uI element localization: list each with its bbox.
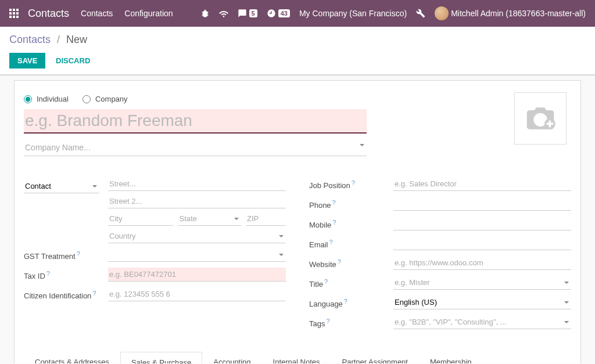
city-input[interactable] (108, 212, 173, 226)
company-switcher[interactable]: My Company (San Francisco) (299, 9, 407, 18)
top-nav: Contacts Contacts Configuration 5 43 My … (0, 0, 595, 27)
help-icon[interactable]: ? (326, 318, 329, 325)
tab-membership[interactable]: Membership (419, 351, 483, 363)
company-input[interactable] (24, 139, 367, 156)
radio-individual[interactable]: Individual (24, 95, 69, 103)
name-input[interactable] (24, 109, 367, 134)
tabs: Contacts & Addresses Sales & Purchase Ac… (24, 351, 571, 363)
help-icon[interactable]: ? (77, 250, 80, 257)
nav-menu-contacts[interactable]: Contacts (81, 9, 113, 18)
form-sheet: Individual Company (14, 80, 581, 363)
street-input[interactable] (108, 177, 286, 191)
tab-accounting[interactable]: Accounting (202, 351, 261, 363)
tab-internal-notes[interactable]: Internal Notes (262, 351, 331, 363)
help-icon[interactable]: ? (332, 199, 336, 206)
help-icon[interactable]: ? (352, 179, 355, 186)
phone-input[interactable] (393, 197, 571, 211)
tab-sales-purchase[interactable]: Sales & Purchase (120, 352, 202, 363)
help-icon[interactable]: ? (324, 278, 328, 285)
citizen-id-input[interactable] (108, 287, 286, 301)
image-upload[interactable] (514, 92, 567, 145)
breadcrumb-root[interactable]: Contacts (9, 34, 51, 45)
country-input[interactable] (108, 229, 286, 243)
help-icon[interactable]: ? (92, 290, 96, 297)
nav-brand[interactable]: Contacts (28, 8, 69, 20)
user-name: Mitchell Admin (18637663-master-all) (451, 9, 586, 18)
zip-input[interactable] (246, 212, 286, 226)
nav-menu-configuration[interactable]: Configuration (124, 9, 173, 18)
messages-badge: 5 (249, 9, 257, 17)
radio-company[interactable]: Company (83, 95, 128, 103)
save-button[interactable]: SAVE (9, 53, 45, 69)
street2-input[interactable] (108, 194, 286, 208)
activities-icon[interactable]: 43 (267, 9, 290, 18)
control-bar: Contacts / New SAVE DISCARD (0, 27, 595, 75)
apps-icon[interactable] (9, 9, 19, 18)
bug-icon[interactable] (200, 9, 210, 18)
website-input[interactable] (393, 256, 571, 270)
help-icon[interactable]: ? (329, 239, 333, 246)
mobile-input[interactable] (393, 217, 571, 230)
messages-icon[interactable]: 5 (238, 9, 257, 18)
gst-treatment-input[interactable] (108, 248, 286, 262)
tags-input[interactable] (393, 315, 571, 329)
tab-partner-assignment[interactable]: Partner Assignment (331, 351, 419, 363)
breadcrumb: Contacts / New (9, 34, 586, 46)
activities-badge: 43 (278, 9, 290, 17)
wifi-icon[interactable] (219, 9, 228, 18)
address-type-select[interactable] (24, 179, 99, 193)
state-input[interactable] (178, 212, 241, 226)
language-select[interactable] (393, 295, 571, 309)
job-position-input[interactable] (393, 177, 571, 191)
help-icon[interactable]: ? (344, 298, 347, 305)
user-menu[interactable]: Mitchell Admin (18637663-master-all) (435, 6, 586, 20)
help-icon[interactable]: ? (46, 270, 50, 277)
tools-icon[interactable] (416, 9, 425, 18)
avatar (435, 6, 449, 20)
tax-id-input[interactable] (108, 268, 286, 282)
help-icon[interactable]: ? (332, 219, 336, 226)
email-input[interactable] (393, 236, 571, 250)
tab-contacts-addresses[interactable]: Contacts & Addresses (24, 351, 120, 363)
title-input[interactable] (393, 276, 571, 290)
breadcrumb-current: New (66, 34, 87, 45)
help-icon[interactable]: ? (338, 258, 341, 265)
discard-button[interactable]: DISCARD (48, 53, 98, 69)
